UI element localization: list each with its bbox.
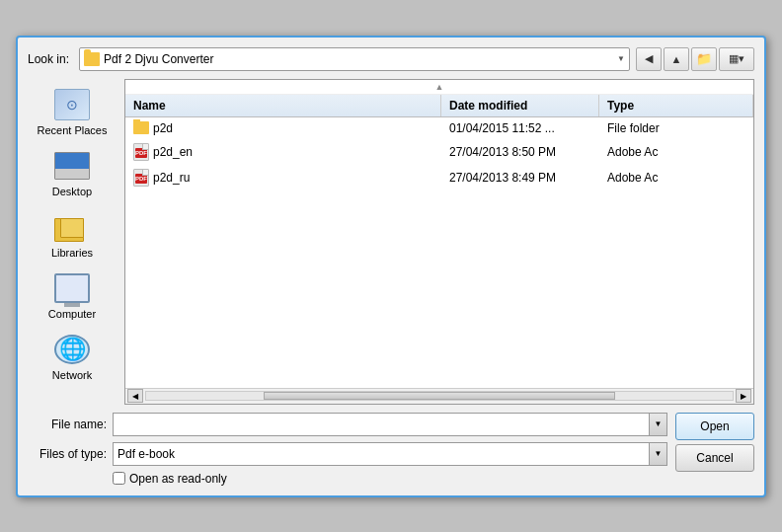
open-readonly-row: Open as read-only <box>113 472 667 486</box>
form-section: File name: ▼ Files of type: Pdf e-book ▼… <box>28 413 667 486</box>
pdf-icon-label: PDF <box>135 174 147 184</box>
view-icon: ▦▾ <box>729 52 744 65</box>
pdf-icon-label: PDF <box>135 148 147 158</box>
sidebar-item-recent-places[interactable]: Recent Places <box>33 83 112 140</box>
folder-icon <box>84 52 100 66</box>
column-header-name[interactable]: Name <box>125 95 441 116</box>
nav-toolbar: ◀ ▲ 📁 ▦▾ <box>636 47 754 71</box>
horizontal-scrollbar[interactable]: ◀ ▶ <box>125 388 753 404</box>
network-icon <box>54 335 90 364</box>
back-button[interactable]: ◀ <box>636 47 662 71</box>
sort-arrow-icon: ▲ <box>435 82 444 92</box>
sidebar: Recent Places Desktop Libraries Computer <box>28 79 117 405</box>
file-cell-date: 27/04/2013 8:49 PM <box>441 169 599 187</box>
current-folder-text: Pdf 2 Djvu Converter <box>104 52 613 66</box>
sidebar-item-label-computer: Computer <box>48 308 96 320</box>
libraries-icon <box>54 212 90 242</box>
file-panel: ▲ Name Date modified Type p2d 01/04/2015… <box>124 79 754 405</box>
sidebar-item-desktop[interactable]: Desktop <box>33 144 112 201</box>
desktop-icon-box <box>52 148 92 184</box>
files-of-type-label: Files of type: <box>28 447 107 461</box>
recent-places-icon <box>54 89 90 120</box>
look-in-dropdown[interactable]: Pdf 2 Djvu Converter ▼ <box>79 47 630 71</box>
computer-icon <box>54 273 90 303</box>
file-list: p2d 01/04/2015 11:52 ... File folder PDF… <box>125 117 753 388</box>
file-cell-date: 01/04/2015 11:52 ... <box>441 119 599 137</box>
view-button[interactable]: ▦▾ <box>719 47 754 71</box>
button-section: Open Cancel <box>675 413 754 486</box>
computer-icon-box <box>52 270 92 306</box>
desktop-icon <box>54 152 90 180</box>
file-name-input-wrap: ▼ <box>113 413 667 436</box>
file-name-row: File name: ▼ <box>28 413 667 436</box>
sidebar-item-computer[interactable]: Computer <box>33 266 112 324</box>
file-cell-date: 27/04/2013 8:50 PM <box>441 143 599 161</box>
file-name-label: File name: <box>28 418 107 431</box>
sidebar-item-network[interactable]: Network <box>33 328 112 385</box>
pdf-icon: PDF <box>133 143 149 161</box>
table-row[interactable]: PDF p2d_en 27/04/2013 8:50 PM Adobe Ac <box>125 139 753 165</box>
table-row[interactable]: p2d 01/04/2015 11:52 ... File folder <box>125 117 753 139</box>
files-of-type-row: Files of type: Pdf e-book ▼ <box>28 442 667 466</box>
open-readonly-label: Open as read-only <box>129 472 227 486</box>
files-of-type-select-wrap[interactable]: Pdf e-book ▼ <box>113 442 667 466</box>
cancel-button[interactable]: Cancel <box>675 444 754 472</box>
files-of-type-value: Pdf e-book <box>114 447 649 461</box>
new-folder-button[interactable]: 📁 <box>691 47 717 71</box>
file-name-input[interactable] <box>114 414 649 435</box>
sidebar-item-label-desktop: Desktop <box>52 186 92 197</box>
table-row[interactable]: PDF p2d_ru 27/04/2013 8:49 PM Adobe Ac <box>125 165 753 190</box>
file-name-dropdown-arrow[interactable]: ▼ <box>649 414 666 435</box>
file-cell-name: PDF p2d_en <box>125 141 441 163</box>
file-cell-type: File folder <box>599 119 753 137</box>
folder-icon <box>133 121 149 134</box>
network-icon-box <box>52 332 92 367</box>
scroll-right-button[interactable]: ▶ <box>736 389 751 403</box>
scroll-left-button[interactable]: ◀ <box>127 389 143 403</box>
main-area: Recent Places Desktop Libraries Computer <box>28 79 754 405</box>
file-cell-type: Adobe Ac <box>599 169 753 187</box>
file-name-text: p2d <box>153 121 173 135</box>
column-header-date[interactable]: Date modified <box>441 95 599 116</box>
toolbar-row: Look in: Pdf 2 Djvu Converter ▼ ◀ ▲ 📁 ▦▾ <box>28 47 754 71</box>
file-cell-name: PDF p2d_ru <box>125 167 441 189</box>
open-button[interactable]: Open <box>675 413 754 440</box>
scroll-thumb[interactable] <box>264 392 615 400</box>
bottom-area: File name: ▼ Files of type: Pdf e-book ▼… <box>28 413 754 486</box>
open-readonly-checkbox[interactable] <box>113 472 125 485</box>
file-cell-type: Adobe Ac <box>599 143 753 161</box>
sidebar-item-label-libraries: Libraries <box>51 247 93 259</box>
column-header-type[interactable]: Type <box>599 95 753 116</box>
sort-indicator: ▲ <box>125 80 753 95</box>
files-of-type-arrow[interactable]: ▼ <box>649 443 666 465</box>
file-name-text: p2d_en <box>153 145 193 159</box>
file-name-text: p2d_ru <box>153 171 190 185</box>
libraries-icon-box <box>52 209 92 245</box>
file-list-header: Name Date modified Type <box>125 95 753 117</box>
back-icon: ◀ <box>645 52 653 65</box>
recent-places-icon-box <box>52 87 92 122</box>
new-folder-icon: 📁 <box>696 51 712 66</box>
open-file-dialog: Look in: Pdf 2 Djvu Converter ▼ ◀ ▲ 📁 ▦▾ <box>16 36 766 497</box>
sidebar-item-label-network: Network <box>52 369 92 381</box>
file-cell-name: p2d <box>125 119 441 137</box>
up-icon: ▲ <box>671 53 682 65</box>
look-in-label: Look in: <box>28 52 69 66</box>
scroll-track[interactable] <box>145 391 734 401</box>
pdf-icon: PDF <box>133 169 149 187</box>
sidebar-item-label-recent: Recent Places <box>38 124 108 136</box>
sidebar-item-libraries[interactable]: Libraries <box>33 205 112 263</box>
up-button[interactable]: ▲ <box>664 47 689 71</box>
dropdown-arrow-icon: ▼ <box>617 54 625 63</box>
